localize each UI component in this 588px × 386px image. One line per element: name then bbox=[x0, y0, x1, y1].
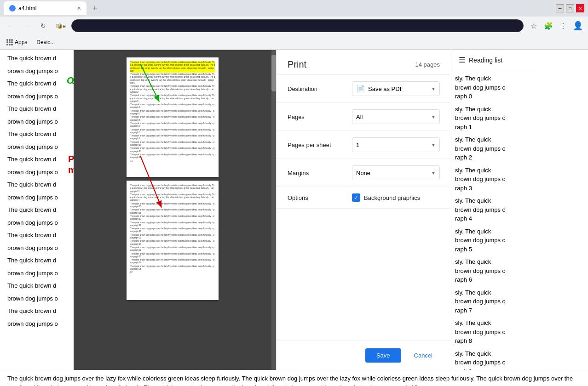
bookmark-devices[interactable]: Devic... bbox=[34, 38, 58, 46]
margins-chevron: ▼ bbox=[431, 170, 436, 176]
rp-3: sly. The quickbrown dog jumps oraph 3 bbox=[455, 166, 529, 193]
apps-grid-icon bbox=[6, 39, 13, 45]
print-settings-footer: Save Cancel bbox=[277, 341, 451, 370]
file-label: File bbox=[56, 23, 66, 29]
print-settings-body: Destination 📄 Save as PDF ▼ Pages bbox=[277, 75, 451, 341]
pages-per-sheet-select[interactable]: 1 ▼ bbox=[352, 137, 440, 152]
destination-value: Save as PDF bbox=[368, 85, 404, 92]
page-preview-2: The quick brown dog jumps over the lazy … bbox=[127, 181, 219, 300]
bookmark-icon[interactable]: ☆ bbox=[527, 19, 540, 32]
background-graphics-checkbox[interactable]: ✓ bbox=[352, 193, 360, 202]
para-0: The quick brown d bbox=[7, 54, 66, 63]
extensions-icon[interactable]: 🧩 bbox=[542, 19, 555, 32]
destination-select[interactable]: 📄 Save as PDF ▼ bbox=[352, 81, 440, 96]
main-content: The quick brown d brown dog jumps o The … bbox=[0, 50, 588, 370]
refresh-button[interactable]: ↻ bbox=[37, 19, 50, 32]
para-6: The quick brown d bbox=[7, 205, 66, 215]
address-input[interactable] bbox=[71, 19, 524, 32]
margins-select[interactable]: None ▼ bbox=[352, 165, 440, 180]
para-7: The quick brown d bbox=[7, 231, 66, 240]
para-10: The quick brown d bbox=[7, 307, 66, 316]
background-graphics-option[interactable]: ✓ Background graphics bbox=[352, 193, 420, 202]
back-button[interactable]: ← bbox=[4, 19, 17, 32]
scrollbar-thumb[interactable] bbox=[271, 55, 276, 91]
forward-button[interactable]: → bbox=[20, 19, 33, 32]
rp-0: sly. The quickbrown dog jumps oraph 0 bbox=[455, 74, 529, 101]
webpage-text: The quick brown d brown dog jumps o The … bbox=[0, 50, 74, 335]
right-panel: ☰ Reading list sly. The quickbrown dog j… bbox=[451, 50, 533, 370]
bookmark-apps[interactable]: Apps bbox=[4, 38, 30, 46]
destination-chevron: ▼ bbox=[431, 86, 436, 91]
para-0b: brown dog jumps o bbox=[7, 67, 66, 76]
close-tab-button[interactable]: ✕ bbox=[77, 6, 81, 11]
para-1: The quick brown d bbox=[7, 79, 66, 88]
pages-label: Pages bbox=[288, 114, 352, 120]
para-2b: brown dog jumps o bbox=[7, 117, 66, 126]
rp-6: sly. The quickbrown dog jumps oraph 6 bbox=[455, 257, 529, 284]
para-6b: brown dog jumps o bbox=[7, 218, 66, 227]
margins-label: Margins bbox=[288, 170, 352, 176]
preview-scrollbar[interactable] bbox=[271, 50, 276, 370]
preview-area[interactable]: The quick brown dog jumps over the lazy … bbox=[74, 50, 271, 370]
pps-chevron: ▼ bbox=[431, 142, 436, 148]
para-8b: brown dog jumps o bbox=[7, 269, 66, 278]
bookmarks-bar: Apps Devic... bbox=[0, 35, 588, 50]
browser-chrome: a4.html ✕ + ─ □ ✕ ← → ↻ 🔒 File ☆ 🧩 ⋮ 👤 bbox=[0, 0, 588, 50]
rp-9: sly. The quickbrown dog jumps oraph 9 bbox=[455, 349, 529, 370]
pages-per-sheet-label: Pages per sheet bbox=[288, 142, 352, 148]
pdf-icon: 📄 bbox=[356, 85, 365, 93]
window-controls: ─ □ ✕ bbox=[556, 4, 584, 12]
rp-2: sly. The quickbrown dog jumps oraph 2 bbox=[455, 135, 529, 162]
tab-title: a4.html bbox=[18, 5, 74, 11]
print-settings-panel: Print 14 pages Destination 📄 Save as PDF… bbox=[276, 50, 451, 370]
page-count: 14 pages bbox=[415, 61, 440, 68]
apps-label: Apps bbox=[15, 39, 27, 45]
toolbar-icons: ☆ 🧩 ⋮ 👤 bbox=[527, 19, 584, 32]
rp-4: sly. The quickbrown dog jumps oraph 4 bbox=[455, 196, 529, 223]
para-3: The quick brown d bbox=[7, 130, 66, 139]
profile-icon[interactable]: 👤 bbox=[571, 19, 584, 32]
right-text-content: sly. The quickbrown dog jumps oraph 0 sl… bbox=[451, 70, 533, 370]
para-8: The quick brown d bbox=[7, 256, 66, 265]
pages-control: All ▼ bbox=[352, 109, 440, 124]
tab-favicon bbox=[9, 5, 16, 11]
print-settings-header: Print 14 pages bbox=[277, 50, 451, 75]
reading-list-label: Reading list bbox=[469, 57, 502, 64]
address-bar: ← → ↻ 🔒 File ☆ 🧩 ⋮ 👤 bbox=[0, 17, 588, 35]
pages-value: All bbox=[356, 114, 363, 120]
destination-label: Destination bbox=[288, 85, 352, 92]
destination-setting: Destination 📄 Save as PDF ▼ bbox=[277, 75, 451, 103]
para-4: The quick brown d bbox=[7, 155, 66, 164]
active-tab[interactable]: a4.html ✕ bbox=[4, 1, 86, 15]
minimize-button[interactable]: ─ bbox=[556, 4, 564, 12]
para-5b: brown dog jumps o bbox=[7, 193, 66, 202]
pages-per-sheet-value: 1 bbox=[356, 142, 359, 148]
title-bar: a4.html ✕ + ─ □ ✕ bbox=[0, 0, 588, 17]
close-button[interactable]: ✕ bbox=[576, 4, 584, 12]
pages-chevron: ▼ bbox=[431, 114, 436, 119]
new-tab-button[interactable]: + bbox=[88, 2, 101, 15]
para-1b: brown dog jumps o bbox=[7, 92, 66, 101]
maximize-button[interactable]: □ bbox=[566, 4, 574, 12]
pages-per-sheet-control: 1 ▼ bbox=[352, 137, 440, 152]
rp-1: sly. The quickbrown dog jumps oraph 1 bbox=[455, 105, 529, 132]
pages-per-sheet-setting: Pages per sheet 1 ▼ bbox=[277, 131, 451, 159]
background-graphics-label: Background graphics bbox=[364, 194, 420, 201]
para-7b: brown dog jumps o bbox=[7, 244, 66, 253]
destination-control: 📄 Save as PDF ▼ bbox=[352, 81, 440, 96]
devices-label: Devic... bbox=[36, 39, 55, 45]
para-3b: brown dog jumps o bbox=[7, 142, 66, 152]
options-row: Options ✓ Background graphics bbox=[277, 187, 451, 209]
para-4b: brown dog jumps o bbox=[7, 168, 66, 177]
rp-7: sly. The quickbrown dog jumps oraph 7 bbox=[455, 288, 529, 315]
cancel-button[interactable]: Cancel bbox=[407, 348, 440, 363]
more-options-icon[interactable]: ⋮ bbox=[557, 19, 570, 32]
webpage-content: The quick brown d brown dog jumps o The … bbox=[0, 50, 74, 370]
reading-list-header: ☰ Reading list bbox=[451, 50, 533, 70]
save-button[interactable]: Save bbox=[365, 348, 401, 363]
pages-select[interactable]: All ▼ bbox=[352, 109, 440, 124]
para-9b: brown dog jumps o bbox=[7, 294, 66, 303]
print-title: Print bbox=[288, 59, 306, 70]
para-10b: brown dog jumps o bbox=[7, 319, 66, 329]
pages-setting: Pages All ▼ bbox=[277, 103, 451, 131]
